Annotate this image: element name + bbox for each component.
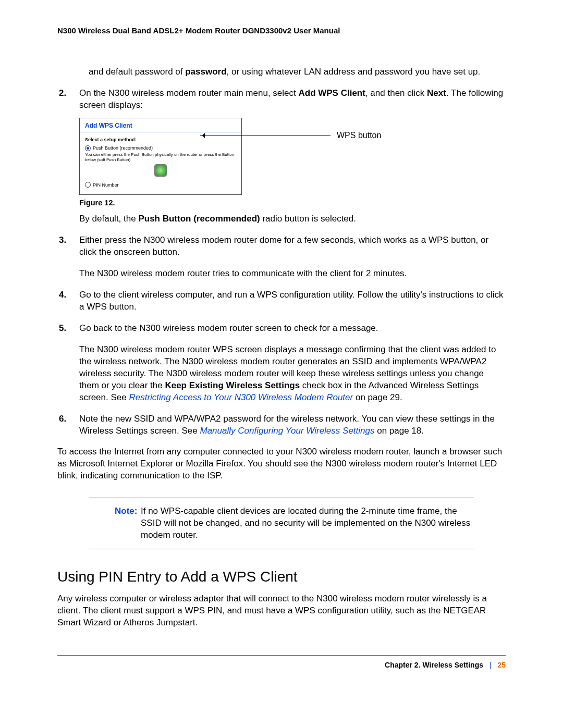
section-heading: Using PIN Entry to Add a WPS Client — [57, 567, 506, 587]
wps-button-icon — [154, 164, 167, 177]
text-bold: Next — [427, 88, 446, 98]
footer-separator: | — [489, 661, 492, 669]
note-text: If no WPS-capable client devices are loc… — [141, 506, 470, 540]
step-4: Go to the client wireless computer, and … — [69, 289, 506, 313]
text: and default password of — [89, 67, 185, 77]
text: The N300 wireless modem router tries to … — [79, 268, 506, 280]
step-3: Either press the N300 wireless modem rou… — [69, 235, 506, 280]
text: , and then click — [365, 88, 427, 98]
footer-page-number: 25 — [497, 661, 506, 669]
step-5: Go back to the N300 wireless modem route… — [69, 323, 506, 404]
text: , or using whatever LAN address and pass… — [227, 67, 481, 77]
text: radio button is selected. — [260, 214, 356, 224]
note-box: Note: If no WPS-capable client devices a… — [89, 498, 474, 549]
callout-arrow — [200, 135, 331, 135]
text: on page 18. — [374, 426, 424, 436]
link-manually-configuring[interactable]: Manually Configuring Your Wireless Setti… — [200, 426, 374, 436]
text: Either press the N300 wireless modem rou… — [79, 235, 506, 258]
text: Go back to the N300 wireless modem route… — [79, 323, 506, 335]
after-figure-text: By default, the Push Button (recommended… — [79, 213, 506, 225]
radio-pin-number: PIN Number — [85, 182, 236, 188]
text: The N300 wireless modem router WPS scree… — [79, 344, 506, 404]
radio-push-button: Push Button (recommended) — [85, 145, 236, 151]
step-6: Note the new SSID and WPA/WPA2 password … — [69, 413, 506, 437]
text: on page 29. — [353, 392, 402, 402]
text: On the N300 wireless modem router main m… — [79, 88, 298, 98]
text-bold: password — [185, 67, 226, 77]
callout-label: WPS button — [337, 130, 381, 141]
figure-caption: Figure 12. — [79, 198, 506, 208]
section-body: Any wireless computer or wireless adapte… — [57, 593, 506, 629]
push-button-desc: You can either press the Push Button phy… — [85, 152, 236, 162]
figure-12: Add WPS Client Select a setup method: Pu… — [79, 118, 506, 208]
document-header: N300 Wireless Dual Band ADSL2+ Modem Rou… — [57, 26, 506, 35]
text: Go to the client wireless computer, and … — [79, 290, 504, 312]
link-restricting-access[interactable]: Restricting Access to Your N300 Wireless… — [129, 392, 353, 402]
text: By default, the — [79, 214, 138, 224]
page-footer: Chapter 2. Wireless Settings | 25 — [57, 655, 506, 669]
closing-paragraph: To access the Internet from any computer… — [57, 446, 506, 482]
text-bold: Add WPS Client — [298, 88, 365, 98]
radio-icon — [85, 182, 91, 188]
radio-label: Push Button (recommended) — [93, 145, 153, 151]
radio-label: PIN Number — [93, 182, 119, 188]
step-2: On the N300 wireless modem router main m… — [69, 88, 506, 225]
footer-chapter: Chapter 2. Wireless Settings — [385, 661, 483, 669]
note-label: Note: — [115, 505, 137, 517]
radio-icon — [85, 145, 91, 151]
text-bold: Push Button (recommended) — [138, 214, 260, 224]
text-bold: Keep Existing Wireless Settings — [165, 380, 300, 390]
continuation-paragraph: and default password of password, or usi… — [89, 66, 506, 78]
